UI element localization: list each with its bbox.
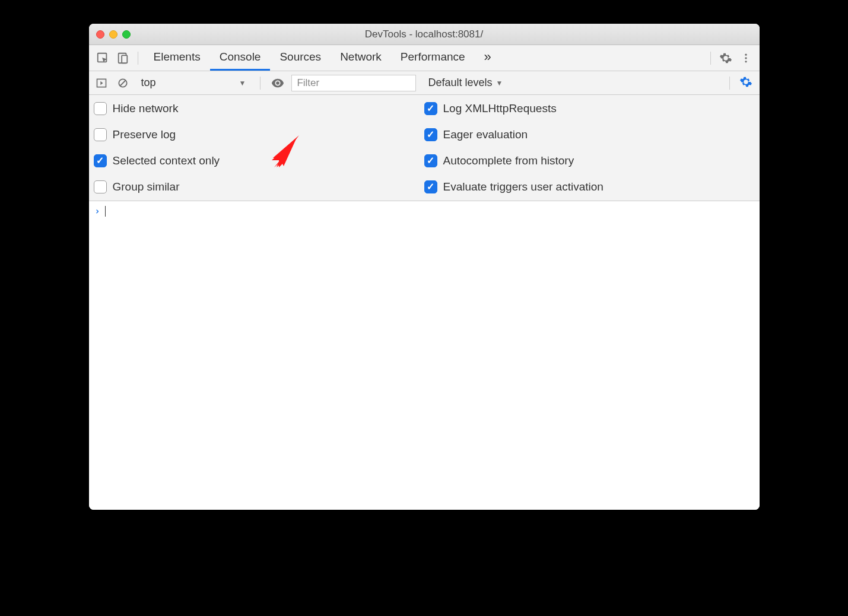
clear-console-icon[interactable] <box>115 75 131 91</box>
setting-label: Eager evaluation <box>443 128 528 141</box>
checkbox[interactable] <box>424 102 437 115</box>
setting-log-xhr[interactable]: Log XMLHttpRequests <box>424 102 755 115</box>
divider <box>710 52 711 65</box>
tabs-overflow[interactable]: » <box>475 45 501 71</box>
prompt-chevron-icon: › <box>95 206 100 217</box>
divider <box>138 52 138 65</box>
text-cursor <box>105 206 106 217</box>
checkbox[interactable] <box>94 154 107 167</box>
setting-label: Log XMLHttpRequests <box>443 102 557 115</box>
svg-point-4 <box>745 57 747 59</box>
svg-point-3 <box>745 53 747 55</box>
toggle-sidebar-icon[interactable] <box>94 75 109 91</box>
setting-preserve-log[interactable]: Preserve log <box>94 128 424 141</box>
setting-hide-network[interactable]: Hide network <box>94 102 424 115</box>
svg-rect-2 <box>122 55 127 63</box>
setting-evaluate-triggers-activation[interactable]: Evaluate triggers user activation <box>424 180 755 193</box>
setting-label: Autocomplete from history <box>443 154 574 167</box>
setting-label: Evaluate triggers user activation <box>443 180 604 193</box>
live-expression-icon[interactable] <box>270 75 285 91</box>
maximize-button[interactable] <box>122 30 131 39</box>
panel-tabs: Elements Console Sources Network Perform… <box>144 45 704 71</box>
tab-network[interactable]: Network <box>331 45 391 71</box>
tab-console[interactable]: Console <box>210 45 271 71</box>
divider <box>260 77 261 90</box>
setting-eager-evaluation[interactable]: Eager evaluation <box>424 128 755 141</box>
inspect-element-icon[interactable] <box>94 49 112 67</box>
devtools-window: DevTools - localhost:8081/ Elements Cons… <box>89 24 760 510</box>
setting-group-similar[interactable]: Group similar <box>94 180 424 193</box>
close-button[interactable] <box>96 30 104 39</box>
chevron-down-icon: ▼ <box>239 79 246 87</box>
settings-col-right: Log XMLHttpRequests Eager evaluation Aut… <box>424 102 755 193</box>
svg-point-5 <box>745 61 747 62</box>
filter-input[interactable] <box>291 75 416 91</box>
console-output[interactable]: › <box>89 201 760 510</box>
setting-label: Preserve log <box>113 128 176 141</box>
toolbar-right <box>707 49 755 67</box>
more-icon[interactable] <box>737 49 755 67</box>
checkbox[interactable] <box>424 128 437 141</box>
traffic-lights <box>89 30 131 39</box>
checkbox[interactable] <box>94 102 107 115</box>
context-selector[interactable]: top ▼ <box>136 77 251 89</box>
main-toolbar: Elements Console Sources Network Perform… <box>89 45 760 71</box>
window-title: DevTools - localhost:8081/ <box>89 28 760 40</box>
tab-sources[interactable]: Sources <box>270 45 331 71</box>
svg-rect-0 <box>97 53 106 62</box>
setting-selected-context-only[interactable]: Selected context only <box>94 154 424 167</box>
checkbox[interactable] <box>94 128 107 141</box>
setting-autocomplete-history[interactable]: Autocomplete from history <box>424 154 755 167</box>
minimize-button[interactable] <box>109 30 117 39</box>
svg-line-8 <box>120 80 126 86</box>
log-levels-selector[interactable]: Default levels ▼ <box>422 77 503 89</box>
checkbox[interactable] <box>424 180 437 193</box>
console-settings-icon[interactable] <box>739 75 755 91</box>
chevron-down-icon: ▼ <box>496 79 503 87</box>
device-toolbar-icon[interactable] <box>114 49 132 67</box>
titlebar: DevTools - localhost:8081/ <box>89 24 760 45</box>
setting-label: Group similar <box>113 180 180 193</box>
setting-label: Hide network <box>113 102 179 115</box>
settings-icon[interactable] <box>717 49 735 67</box>
levels-label: Default levels <box>428 77 492 89</box>
divider <box>729 77 730 90</box>
console-prompt[interactable]: › <box>95 206 754 217</box>
checkbox[interactable] <box>94 180 107 193</box>
settings-col-left: Hide network Preserve log Selected conte… <box>94 102 424 193</box>
setting-label: Selected context only <box>113 154 220 167</box>
console-toolbar: top ▼ Default levels ▼ <box>89 71 760 95</box>
checkbox[interactable] <box>424 154 437 167</box>
context-label: top <box>141 77 156 89</box>
tab-elements[interactable]: Elements <box>144 45 210 71</box>
console-settings-panel: Hide network Preserve log Selected conte… <box>89 95 760 201</box>
tab-performance[interactable]: Performance <box>391 45 475 71</box>
